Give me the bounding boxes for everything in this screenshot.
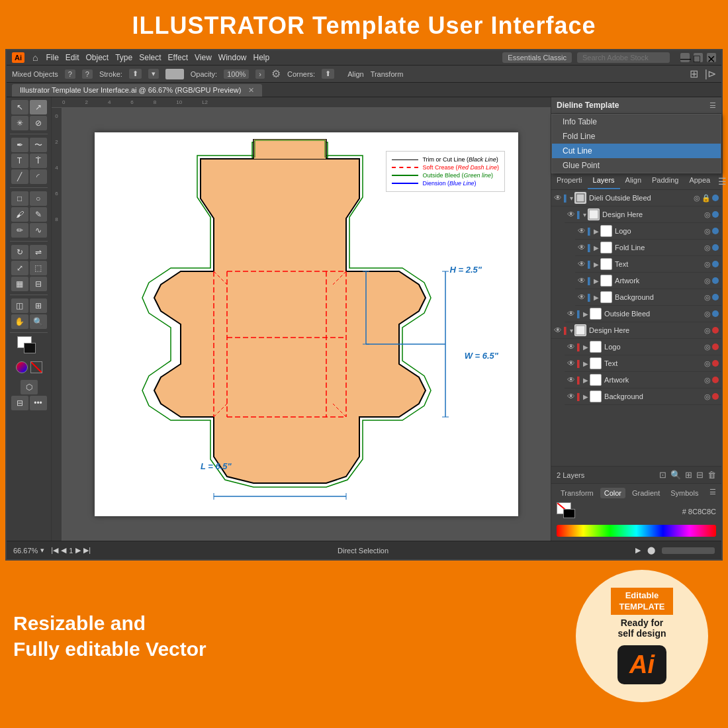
touch-type-tool[interactable]: Ṫ bbox=[30, 154, 47, 168]
menu-select[interactable]: Select bbox=[139, 53, 161, 62]
gradient-swatch[interactable] bbox=[16, 361, 28, 373]
none-swatch[interactable] bbox=[30, 361, 42, 373]
stroke-color[interactable] bbox=[24, 343, 36, 353]
transform-label[interactable]: Transform bbox=[371, 70, 404, 78]
color-spectrum-bar[interactable] bbox=[557, 525, 716, 537]
dropdown-info-table[interactable]: Info Table bbox=[552, 114, 721, 129]
eye-icon[interactable]: 👁 bbox=[554, 193, 562, 203]
scroll-right-icon[interactable]: ▶ bbox=[635, 546, 641, 555]
eye-icon[interactable]: 👁 bbox=[567, 342, 575, 351]
eye-icon[interactable]: 👁 bbox=[578, 259, 586, 269]
align-label[interactable]: Align bbox=[347, 70, 363, 78]
stroke-dropdown[interactable]: ▾ bbox=[148, 69, 159, 79]
menu-help[interactable]: Help bbox=[253, 53, 270, 62]
eye-icon[interactable]: 👁 bbox=[554, 326, 562, 335]
menu-edit[interactable]: Edit bbox=[66, 53, 79, 62]
eye-icon[interactable]: 👁 bbox=[578, 226, 586, 236]
eye-icon[interactable]: 👁 bbox=[578, 243, 586, 252]
smooth-tool[interactable]: ∿ bbox=[30, 223, 47, 238]
layer-item[interactable]: 👁 ▌ ▶ Logo ◎ bbox=[565, 339, 721, 355]
layer-item[interactable]: 👁 ▌ ▶ Artwork ◎ bbox=[575, 273, 721, 289]
eye-icon[interactable]: 👁 bbox=[578, 293, 586, 302]
document-tab[interactable]: Illustrator Template User Interface.ai @… bbox=[12, 84, 262, 97]
page-number[interactable]: 1 bbox=[69, 547, 73, 555]
layer-item[interactable]: 👁 ▌ ▶ Logo ◎ bbox=[575, 223, 721, 240]
hex-value[interactable]: # 8C8C8C bbox=[682, 508, 716, 516]
shear-tool[interactable]: ⬚ bbox=[30, 261, 47, 275]
opacity-chevron[interactable]: › bbox=[255, 69, 265, 79]
layer-item[interactable]: 👁 ▌ ▶ Background ◎ bbox=[565, 388, 721, 405]
opacity-value[interactable]: 100% bbox=[224, 69, 249, 79]
tab-padding[interactable]: Padding bbox=[647, 173, 684, 189]
merge-layers-icon[interactable]: ⊟ bbox=[696, 470, 704, 480]
layer-item[interactable]: 👁 ▌ ▾ Design Here ◎ bbox=[551, 322, 721, 339]
new-layer-from-selection-icon[interactable]: ⊡ bbox=[659, 470, 666, 480]
layer-lock-icon[interactable]: 🔒 bbox=[702, 194, 711, 203]
status-scroll-icon[interactable]: ⬤ bbox=[647, 546, 655, 555]
layer-item[interactable]: 👁 ▌ ▾ Design Here ◎ bbox=[565, 206, 721, 223]
menu-effect[interactable]: Effect bbox=[168, 53, 188, 62]
eye-icon[interactable]: 👁 bbox=[567, 210, 575, 219]
menu-window[interactable]: Window bbox=[218, 53, 247, 62]
pencil-tool[interactable]: ✏ bbox=[11, 223, 28, 238]
arc-tool[interactable]: ◜ bbox=[30, 169, 47, 184]
chart-tool[interactable]: ⊟ bbox=[30, 277, 47, 291]
panel-menu-icon[interactable]: ☰ bbox=[709, 101, 716, 110]
expand-icon[interactable]: ▾ bbox=[570, 195, 573, 202]
expand-icon-collapsed[interactable]: ▶ bbox=[594, 294, 599, 301]
tab-align[interactable]: Align bbox=[620, 173, 647, 189]
delete-layer-icon[interactable]: 🗑 bbox=[707, 470, 716, 480]
expand-icon-collapsed[interactable]: ▶ bbox=[594, 277, 599, 285]
lasso-tool[interactable]: ⊘ bbox=[30, 116, 47, 130]
layer-item[interactable]: 👁 ▌ ▶ Fold Line ◎ bbox=[575, 240, 721, 256]
reflect-tool[interactable]: ⇌ bbox=[30, 245, 47, 259]
expand-icon[interactable]: ▾ bbox=[570, 327, 573, 334]
expand-icon-collapsed[interactable]: ▶ bbox=[583, 360, 588, 367]
menu-view[interactable]: View bbox=[195, 53, 212, 62]
minimize-button[interactable]: — bbox=[680, 53, 690, 62]
artboard-tool[interactable]: ⬡ bbox=[21, 380, 38, 394]
zoom-value[interactable]: 66.67% bbox=[13, 547, 38, 555]
paintbrush-tool[interactable]: 🖌 bbox=[11, 207, 28, 222]
expand-icon[interactable]: ▾ bbox=[583, 211, 586, 218]
page-prev-icon[interactable]: ◀ bbox=[61, 546, 66, 555]
selection-tool[interactable]: ↖ bbox=[11, 100, 28, 114]
close-button[interactable]: ✕ bbox=[707, 53, 716, 62]
line-tool[interactable]: ╱ bbox=[11, 169, 28, 184]
expand-icon-collapsed[interactable]: ▶ bbox=[583, 377, 588, 384]
tab-color[interactable]: Color bbox=[600, 488, 625, 498]
graph-tool[interactable]: ▦ bbox=[11, 277, 28, 291]
corners-value[interactable]: ⬆ bbox=[322, 69, 334, 79]
dropdown-fold-line[interactable]: Fold Line bbox=[552, 129, 721, 144]
layer-item[interactable]: 👁 ▌ ▾ Dieli Outside Bleed ◎ 🔒 bbox=[551, 190, 721, 206]
type-tool[interactable]: T bbox=[11, 154, 28, 168]
rectangle-tool[interactable]: □ bbox=[11, 191, 28, 206]
pen-tool[interactable]: ✒ bbox=[11, 138, 28, 152]
dropdown-glue-point[interactable]: Glue Point bbox=[552, 158, 721, 173]
tab-properties[interactable]: Properti bbox=[551, 173, 588, 189]
tab-symbols[interactable]: Symbols bbox=[666, 488, 702, 498]
search-layers-icon[interactable]: 🔍 bbox=[670, 470, 681, 480]
dropdown-cut-line[interactable]: Cut Line bbox=[552, 144, 721, 158]
eye-icon[interactable]: 👁 bbox=[567, 392, 575, 401]
tab-transform[interactable]: Transform bbox=[557, 488, 598, 498]
screen-mode-tool[interactable]: ⊟ bbox=[11, 396, 28, 410]
search-input[interactable] bbox=[577, 52, 670, 63]
zoom-tool[interactable]: 🔍 bbox=[30, 314, 47, 329]
layer-options-icon[interactable]: ⊞ bbox=[685, 470, 692, 480]
blob-brush-tool[interactable]: ✎ bbox=[30, 207, 47, 222]
stroke-value[interactable]: ⬆ bbox=[129, 69, 142, 79]
tab-layers[interactable]: Layers bbox=[588, 173, 620, 189]
workspace-selector[interactable]: Essentials Classic bbox=[502, 52, 572, 63]
stroke-swatch[interactable] bbox=[563, 509, 575, 518]
eye-icon[interactable]: 👁 bbox=[567, 309, 575, 318]
layer-item[interactable]: 👁 ▌ ▶ Artwork ◎ bbox=[565, 372, 721, 388]
magic-wand-tool[interactable]: ✳ bbox=[11, 116, 28, 130]
ellipse-tool[interactable]: ○ bbox=[30, 191, 47, 206]
direct-selection-tool[interactable]: ↗ bbox=[30, 100, 47, 114]
tab-gradient[interactable]: Gradient bbox=[628, 488, 664, 498]
gradient-tool[interactable]: ◫ bbox=[11, 298, 28, 313]
menu-type[interactable]: Type bbox=[115, 53, 132, 62]
expand-icon-collapsed[interactable]: ▶ bbox=[583, 310, 588, 318]
zoom-dropdown-icon[interactable]: ▾ bbox=[40, 546, 44, 555]
